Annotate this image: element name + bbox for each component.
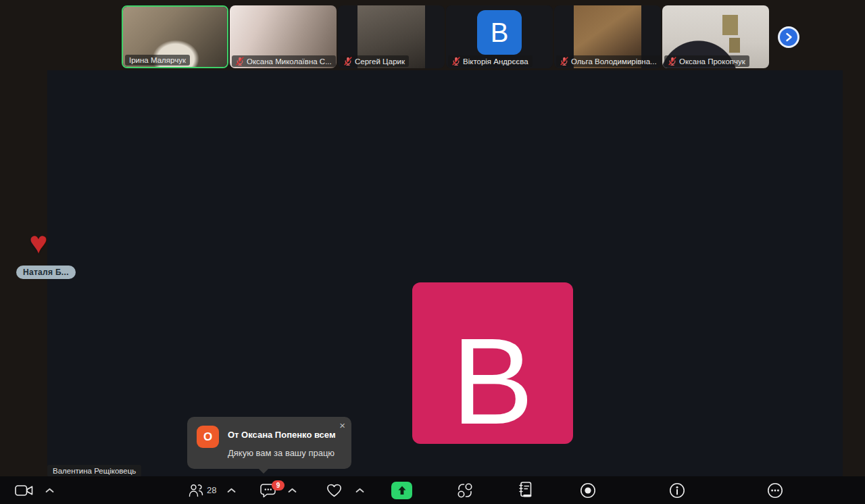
more-ellipsis-icon xyxy=(766,482,784,499)
chat-sender-avatar: O xyxy=(197,426,219,448)
participant-tile-irina[interactable]: Ірина Малярчук xyxy=(122,5,228,68)
chevron-up-icon xyxy=(45,488,54,493)
participant-name: Ірина Малярчук xyxy=(129,56,186,64)
reaction-sender-label: Наталя Б... xyxy=(16,266,76,279)
share-up-arrow-icon xyxy=(397,485,407,496)
video-options-chevron[interactable] xyxy=(45,476,54,504)
participant-tile-oksana-p[interactable]: Оксана Прокопчук xyxy=(662,5,769,68)
chat-toast-message: Дякую вам за вашу працю xyxy=(228,448,335,458)
participant-tile-olga[interactable]: Ольга Володимирівна... xyxy=(554,5,661,68)
chat-toast-title: От Оксана Попенко всем xyxy=(228,430,336,440)
reactions-options-chevron[interactable] xyxy=(355,476,364,504)
participants-button[interactable]: 28 xyxy=(188,476,216,504)
chat-notification-toast[interactable]: O От Оксана Попенко всем Дякую вам за ва… xyxy=(187,417,351,469)
muted-mic-icon xyxy=(344,57,352,66)
chevron-up-icon xyxy=(227,488,236,493)
chat-options-chevron[interactable] xyxy=(288,476,297,504)
participant-name: Оксана Миколаївна С... xyxy=(247,57,332,66)
close-icon[interactable]: × xyxy=(339,420,345,431)
participant-name-tag: Сергей Царик xyxy=(340,55,409,67)
apps-button[interactable] xyxy=(456,476,474,504)
chat-unread-badge: 9 xyxy=(272,480,285,490)
participant-name-tag: Вікторія Андрєєва xyxy=(448,55,533,67)
main-stage: В xyxy=(47,70,843,477)
notes-button[interactable] xyxy=(518,476,534,504)
speaker-name-label: Валентина Рещіковець xyxy=(47,465,141,477)
participant-name: Оксана Прокопчук xyxy=(679,57,745,66)
zoom-meeting-window: В Ірина Малярчук Оксана Миколаївна С... xyxy=(0,0,865,504)
chat-button[interactable]: 9 xyxy=(260,476,277,504)
muted-mic-icon xyxy=(236,57,244,66)
participant-tile-sergey[interactable]: Сергей Царик xyxy=(338,5,445,68)
video-camera-icon xyxy=(15,484,33,497)
participant-name-tag: Ірина Малярчук xyxy=(125,55,190,66)
apps-icon xyxy=(456,482,474,499)
participant-name-tag: Ольга Володимирівна... xyxy=(556,55,661,67)
record-icon xyxy=(579,482,597,499)
heart-reaction-icon: ♥ xyxy=(29,224,47,261)
video-button[interactable] xyxy=(15,476,33,504)
participant-avatar: В xyxy=(477,10,522,55)
reactions-button[interactable] xyxy=(326,476,343,504)
participant-name-tag: Оксана Миколаївна С... xyxy=(232,55,336,67)
chevron-up-icon xyxy=(288,488,297,493)
muted-mic-icon xyxy=(560,57,568,66)
muted-mic-icon xyxy=(452,57,460,66)
participant-avatar-letter: В xyxy=(491,18,509,48)
info-icon xyxy=(668,482,686,499)
participant-name: Сергей Царик xyxy=(355,57,405,66)
record-button[interactable] xyxy=(579,476,597,504)
share-screen-button[interactable] xyxy=(391,482,412,499)
muted-mic-icon xyxy=(668,57,676,66)
participant-tile-oksana-m[interactable]: Оксана Миколаївна С... xyxy=(230,5,337,68)
speaker-avatar: В xyxy=(412,282,573,444)
chevron-up-icon xyxy=(355,488,364,493)
heart-icon xyxy=(326,483,343,498)
participants-options-chevron[interactable] xyxy=(227,476,236,504)
participant-name: Ольга Володимирівна... xyxy=(571,57,657,66)
notes-icon xyxy=(518,481,534,499)
participant-name: Вікторія Андрєєва xyxy=(463,57,528,66)
chevron-right-icon xyxy=(785,32,793,42)
next-page-button[interactable] xyxy=(778,26,799,48)
participants-icon xyxy=(188,483,204,498)
speaker-avatar-letter: В xyxy=(451,320,533,443)
participants-count: 28 xyxy=(207,485,216,495)
meeting-toolbar: 28 9 xyxy=(0,476,865,504)
participant-tile-viktoria[interactable]: В Вікторія Андрєєва xyxy=(446,5,553,68)
participant-name-tag: Оксана Прокопчук xyxy=(664,55,749,67)
more-button[interactable] xyxy=(766,476,784,504)
info-button[interactable] xyxy=(668,476,686,504)
